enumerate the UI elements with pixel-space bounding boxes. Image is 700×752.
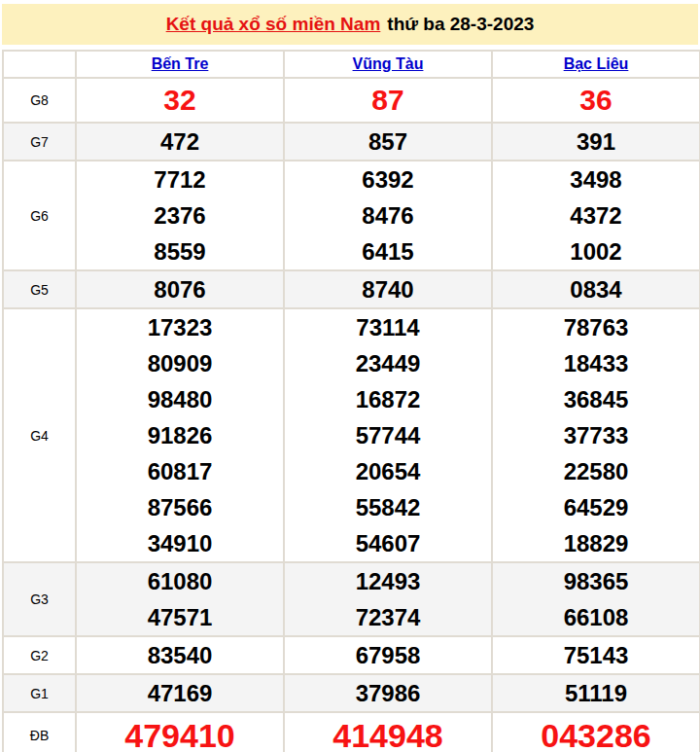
prize-label-g8: G8	[3, 78, 76, 123]
column-header-ben-tre: Bến Tre	[76, 51, 284, 78]
result-number: 83540	[77, 637, 283, 673]
prize-label-g3: G3	[3, 562, 76, 636]
prize-label-g6: G6	[3, 161, 76, 270]
title-link[interactable]: Kết quả xổ số miền Nam	[166, 14, 381, 35]
table-row-db: ĐB 479410 414948 043286	[3, 712, 700, 752]
result-number: 8740	[285, 271, 491, 307]
result-number: 60817	[77, 453, 283, 489]
result-number: 1002	[493, 233, 699, 269]
result-number: 72374	[285, 599, 491, 635]
result-number: 47169	[77, 675, 283, 711]
column-header-vung-tau: Vũng Tàu	[284, 51, 492, 78]
result-number: 2376	[77, 197, 283, 233]
province-link-vung-tau[interactable]: Vũng Tàu	[353, 55, 424, 72]
result-number: 73114	[285, 309, 491, 345]
prize-label-g1: G1	[3, 674, 76, 712]
result-number: 17323	[77, 309, 283, 345]
table-row-g7: G7 472 857 391	[3, 123, 700, 161]
result-number: 0834	[493, 271, 699, 307]
result-number: 23449	[285, 345, 491, 381]
result-number: 8076	[77, 271, 283, 307]
results-table: Bến Tre Vũng Tàu Bạc Liêu G8 32 87 36 G7…	[2, 50, 700, 752]
corner-cell	[3, 51, 76, 78]
result-number: 16872	[285, 381, 491, 417]
province-link-ben-tre[interactable]: Bến Tre	[152, 55, 209, 72]
result-number: 51119	[493, 675, 699, 711]
result-number: 87	[285, 79, 491, 122]
result-number: 22580	[493, 453, 699, 489]
table-row-g5: G5 8076 8740 0834	[3, 270, 700, 308]
result-number: 414948	[285, 713, 491, 752]
prize-label-g5: G5	[3, 270, 76, 308]
result-number: 37733	[493, 417, 699, 453]
result-number: 32	[77, 79, 283, 122]
lottery-results-page: Kết quả xổ số miền Nam thứ ba 28-3-2023 …	[0, 0, 700, 752]
result-number: 857	[285, 124, 491, 160]
result-number: 67958	[285, 637, 491, 673]
title-date: thứ ba 28-3-2023	[387, 14, 534, 35]
prize-label-db: ĐB	[3, 712, 76, 752]
result-number: 472	[77, 124, 283, 160]
result-number: 18829	[493, 525, 699, 561]
result-number: 37986	[285, 675, 491, 711]
result-number: 64529	[493, 489, 699, 525]
result-number: 6415	[285, 233, 491, 269]
result-number: 043286	[493, 713, 699, 752]
result-number: 20654	[285, 453, 491, 489]
result-number: 98365	[493, 563, 699, 599]
result-number: 36	[493, 79, 699, 122]
table-row-g8: G8 32 87 36	[3, 78, 700, 123]
table-row-g1: G1 47169 37986 51119	[3, 674, 700, 712]
result-number: 3498	[493, 161, 699, 197]
result-number: 36845	[493, 381, 699, 417]
result-number: 54607	[285, 525, 491, 561]
result-number: 6392	[285, 161, 491, 197]
table-row-g3: G3 61080 47571 12493 72374 98365 66108	[3, 562, 700, 636]
result-number: 8559	[77, 233, 283, 269]
result-number: 18433	[493, 345, 699, 381]
table-row-g4: G4 17323 80909 98480 91826 60817 87566 3…	[3, 308, 700, 562]
result-number: 4372	[493, 197, 699, 233]
province-link-bac-lieu[interactable]: Bạc Liêu	[564, 55, 629, 72]
result-number: 34910	[77, 525, 283, 561]
column-header-bac-lieu: Bạc Liêu	[492, 51, 700, 78]
table-row-g2: G2 83540 67958 75143	[3, 636, 700, 674]
prize-label-g4: G4	[3, 308, 76, 562]
prize-label-g7: G7	[3, 123, 76, 161]
result-number: 80909	[77, 345, 283, 381]
title-bar: Kết quả xổ số miền Nam thứ ba 28-3-2023	[2, 4, 698, 45]
result-number: 479410	[77, 713, 283, 752]
prize-label-g2: G2	[3, 636, 76, 674]
result-number: 12493	[285, 563, 491, 599]
result-number: 91826	[77, 417, 283, 453]
result-number: 55842	[285, 489, 491, 525]
result-number: 57744	[285, 417, 491, 453]
result-number: 87566	[77, 489, 283, 525]
result-number: 7712	[77, 161, 283, 197]
header-row: Bến Tre Vũng Tàu Bạc Liêu	[3, 51, 700, 78]
result-number: 98480	[77, 381, 283, 417]
result-number: 391	[493, 124, 699, 160]
result-number: 66108	[493, 599, 699, 635]
result-number: 47571	[77, 599, 283, 635]
result-number: 78763	[493, 309, 699, 345]
result-number: 61080	[77, 563, 283, 599]
table-row-g6: G6 7712 2376 8559 6392 8476 6415 3498 43…	[3, 161, 700, 270]
result-number: 75143	[493, 637, 699, 673]
result-number: 8476	[285, 197, 491, 233]
